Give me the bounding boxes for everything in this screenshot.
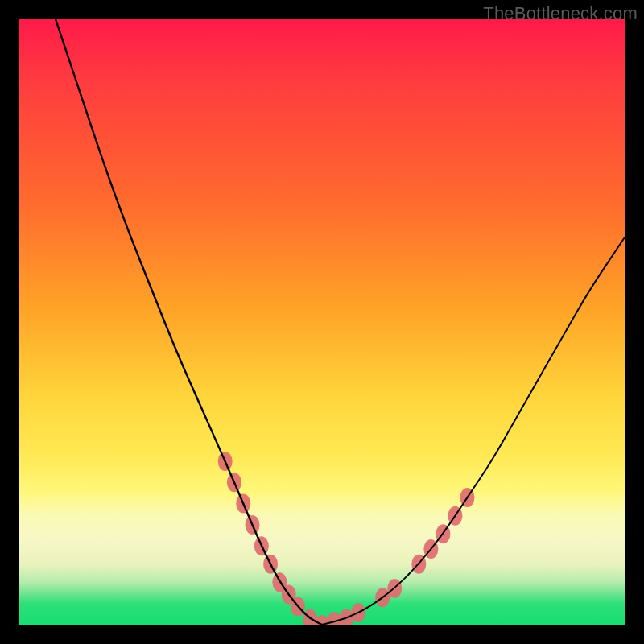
chart-container: TheBottleneck.com — [0, 0, 644, 644]
right-branch-curve — [322, 237, 625, 625]
watermark-text: TheBottleneck.com — [483, 3, 638, 24]
plot-area — [19, 19, 625, 625]
left-branch-curve — [56, 19, 322, 625]
curve-layer — [19, 19, 625, 625]
marker-layer — [218, 452, 475, 625]
